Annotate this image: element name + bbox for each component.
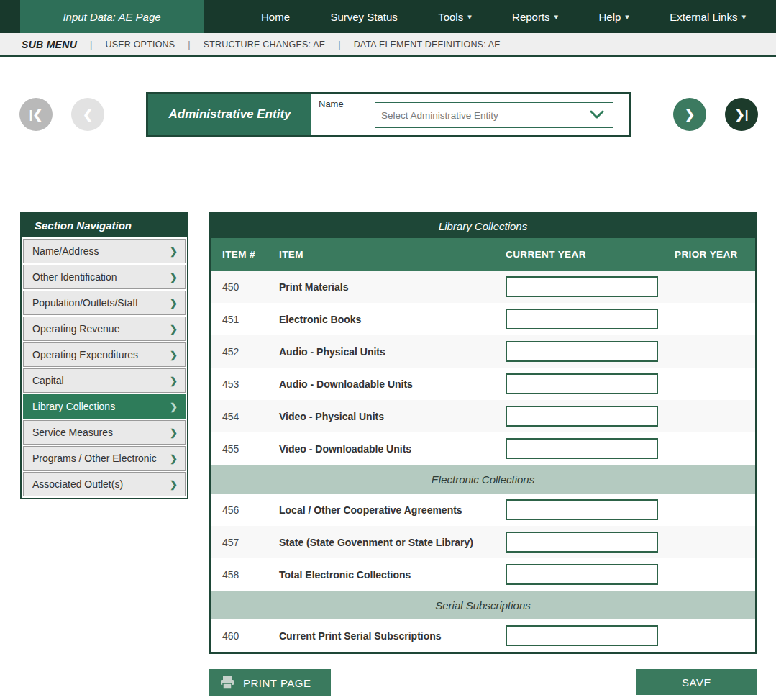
entity-select-value: Select Administrative Entity [381, 110, 590, 121]
sidebar-items: Name/Address ❯ Other Identification ❯ Po… [22, 239, 187, 496]
page: Input Data: AE Page Home Survey Status T… [0, 0, 776, 700]
entity-name-label: Name [319, 99, 344, 109]
sidebar-item-label: Associated Outlet(s) [32, 478, 170, 490]
table-section-header: Electronic Collections [211, 465, 755, 494]
pager-prev-button[interactable]: ❮ [71, 98, 104, 131]
caret-down-icon: ▾ [741, 12, 746, 22]
row-current-year-cell [506, 276, 675, 297]
nav-item[interactable]: Reports ▾ [512, 11, 558, 23]
current-year-input[interactable] [506, 341, 658, 362]
nav-item-label: Tools [438, 11, 463, 23]
sidebar-item-programs-other-electronic[interactable]: Programs / Other Electronic ❯ [23, 446, 186, 471]
active-page-tab[interactable]: Input Data: AE Page [20, 0, 204, 33]
current-year-input[interactable] [506, 438, 658, 459]
pager-last-button[interactable]: ❯| [725, 98, 758, 131]
row-item-label: Local / Other Cooperative Agreements [279, 504, 506, 516]
current-year-input[interactable] [506, 276, 658, 297]
col-header-item-num: ITEM # [211, 249, 279, 260]
row-current-year-cell [506, 406, 675, 427]
row-item-label: Current Print Serial Subscriptions [279, 630, 506, 642]
submenu-bar: SUB MENU | USER OPTIONS | STRUCTURE CHAN… [0, 33, 776, 57]
submenu-item[interactable]: DATA ELEMENT DEFINITIONS: AE [354, 40, 501, 50]
save-button[interactable]: SAVE [636, 669, 757, 695]
col-header-current-year: CURRENT YEAR [506, 249, 675, 260]
table-title: Library Collections [211, 214, 755, 238]
nav-item[interactable]: Survey Status [330, 11, 397, 23]
section-navigation-sidebar: Section Navigation Name/Address ❯ Other … [20, 212, 188, 499]
sidebar-item-operating-expenditures[interactable]: Operating Expenditures ❯ [23, 342, 186, 367]
row-item-number: 451 [211, 314, 279, 325]
sidebar-item-label: Other Identification [32, 271, 170, 283]
chevron-down-icon [590, 109, 604, 122]
top-navbar: Input Data: AE Page Home Survey Status T… [0, 0, 776, 33]
sidebar-item-label: Operating Revenue [32, 323, 170, 335]
row-item-number: 456 [211, 504, 279, 516]
current-year-input[interactable] [506, 406, 658, 427]
table-row: 451 Electronic Books [211, 303, 755, 335]
row-current-year-cell [506, 373, 675, 394]
pager-first-button[interactable]: |❮ [19, 98, 53, 131]
nav-item-label: External Links [670, 11, 737, 23]
entity-select-dropdown[interactable]: Select Administrative Entity [375, 102, 613, 128]
sidebar-title: Section Navigation [22, 214, 187, 237]
sidebar-item-service-measures[interactable]: Service Measures ❯ [23, 420, 186, 445]
printer-icon [220, 676, 234, 689]
submenu-item[interactable]: STRUCTURE CHANGES: AE [204, 40, 326, 50]
table-row: 457 State (State Govenment or State Libr… [211, 526, 755, 558]
nav-item-label: Reports [512, 11, 550, 23]
chevron-right-icon: ❯ [170, 479, 178, 490]
entity-box-content: Name Select Administrative Entity [311, 94, 629, 135]
sidebar-item-operating-revenue[interactable]: Operating Revenue ❯ [23, 317, 186, 341]
col-header-item: ITEM [279, 249, 506, 260]
current-year-input[interactable] [506, 625, 658, 646]
row-current-year-cell [506, 564, 675, 585]
row-item-number: 450 [211, 281, 279, 293]
table-body: 450 Print Materials 451 Electronic Books… [211, 271, 755, 652]
current-year-input[interactable] [506, 309, 658, 329]
current-year-input[interactable] [506, 564, 658, 585]
current-year-input[interactable] [506, 499, 658, 520]
nav-item[interactable]: Help ▾ [598, 11, 629, 23]
row-current-year-cell [506, 309, 675, 329]
library-collections-panel: Library Collections ITEM # ITEM CURRENT … [209, 212, 757, 654]
row-item-label: Audio - Downloadable Units [279, 378, 506, 390]
save-label: SAVE [682, 676, 711, 688]
row-item-number: 455 [211, 443, 279, 455]
row-item-label: Total Electronic Collections [279, 569, 506, 581]
submenu-item[interactable]: USER OPTIONS [105, 40, 175, 50]
chevron-right-icon: ❯ [170, 246, 178, 257]
sidebar-item-associated-outlet-s[interactable]: Associated Outlet(s) ❯ [23, 472, 186, 496]
caret-down-icon: ▾ [625, 12, 629, 22]
sidebar-item-library-collections[interactable]: Library Collections ❯ [23, 394, 186, 419]
table-row: 454 Video - Physical Units [211, 400, 755, 432]
nav-item-label: Survey Status [330, 11, 397, 23]
nav-item-label: Home [261, 11, 290, 23]
row-item-label: Audio - Physical Units [279, 346, 506, 358]
nav-item[interactable]: External Links ▾ [670, 11, 746, 23]
sidebar-item-label: Population/Outlets/Staff [32, 297, 170, 309]
print-page-button[interactable]: PRINT PAGE [209, 669, 331, 696]
current-year-input[interactable] [506, 532, 658, 553]
caret-down-icon: ▾ [467, 12, 472, 22]
sidebar-item-other-identification[interactable]: Other Identification ❯ [23, 265, 186, 289]
pager-next-button[interactable]: ❯ [673, 98, 706, 131]
row-item-number: 458 [211, 569, 279, 581]
chevron-right-icon: ❯ [170, 350, 178, 360]
sidebar-item-population-outlets-staff[interactable]: Population/Outlets/Staff ❯ [23, 291, 186, 315]
nav-item[interactable]: Home [261, 11, 290, 23]
row-item-number: 454 [211, 411, 279, 422]
table-row: 453 Audio - Downloadable Units [211, 368, 755, 400]
entity-box-title: Administrative Entity [148, 94, 311, 135]
nav-item-label: Help [598, 11, 621, 23]
table-row: 460 Current Print Serial Subscriptions [211, 619, 755, 652]
current-year-input[interactable] [506, 373, 658, 394]
sidebar-item-capital[interactable]: Capital ❯ [23, 368, 186, 393]
row-item-number: 457 [211, 537, 279, 548]
chevron-right-icon: ❯ [170, 272, 178, 283]
chevron-right-icon: ❯ [170, 376, 178, 386]
sidebar-item-name-address[interactable]: Name/Address ❯ [23, 239, 186, 263]
table-row: 455 Video - Downloadable Units [211, 432, 755, 465]
submenu-items: | USER OPTIONS | STRUCTURE CHANGES: AE |… [90, 39, 501, 50]
nav-item[interactable]: Tools ▾ [438, 11, 472, 23]
row-item-number: 452 [211, 346, 279, 358]
